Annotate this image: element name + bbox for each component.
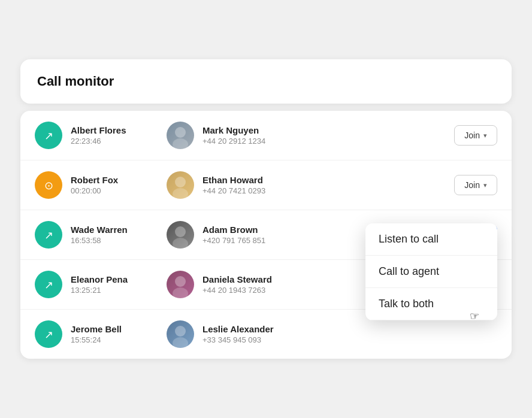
title-card: Call monitor [20,59,512,104]
voicemail-icon [44,178,53,192]
agent-timer: 15:55:24 [71,335,122,344]
caller-info: Ethan Howard+44 20 7421 0293 [202,175,265,195]
join-label: Join [464,180,480,190]
dropdown-item-1[interactable]: Call to agent [365,256,497,288]
call-row: Albert Flores22:23:46 Mark Nguyen+44 20 … [20,111,512,160]
agent-timer: 00:20:00 [71,186,118,195]
svg-point-2 [175,177,186,187]
agent-section: Eleanor Pena13:25:21 [35,271,167,298]
app-container: Call monitor Albert Flores22:23:46 Mark … [20,59,512,359]
cursor-indicator: ☞ [470,310,479,320]
agent-section: Jerome Bell15:55:24 [35,320,167,348]
chevron-down-icon: ▾ [483,181,487,189]
agent-name: Wade Warren [71,225,128,235]
arrow-icon [44,278,53,292]
caller-info: Leslie Alexander+33 345 945 093 [202,324,274,344]
dropdown-item-0[interactable]: Listen to call [365,223,497,256]
arrow-icon [44,328,53,341]
caller-section: Leslie Alexander+33 345 945 093 [167,320,425,348]
call-list: Albert Flores22:23:46 Mark Nguyen+44 20 … [20,111,512,359]
join-dropdown: Listen to callCall to agentTalk to both☞ [365,223,497,320]
svg-point-7 [173,287,188,298]
caller-avatar [167,221,194,249]
svg-point-3 [173,188,188,199]
join-button[interactable]: Join▾ [454,175,497,195]
caller-section: Ethan Howard+44 20 7421 0293 [167,171,425,199]
svg-point-0 [175,127,186,138]
caller-info: Adam Brown+420 791 765 851 [202,225,265,245]
agent-avatar [35,271,62,298]
agent-name: Albert Flores [71,125,126,135]
agent-section: Wade Warren16:53:58 [35,221,167,249]
caller-avatar [167,122,194,149]
caller-name: Adam Brown [202,225,265,235]
agent-info: Albert Flores22:23:46 [71,125,126,146]
page-title: Call monitor [37,74,495,89]
agent-info: Robert Fox00:20:00 [71,175,118,195]
agent-avatar [35,320,62,348]
caller-info: Daniela Steward+44 20 1943 7263 [202,274,272,295]
svg-point-1 [173,138,188,149]
caller-phone: +33 345 945 093 [202,335,274,344]
svg-point-4 [175,226,186,237]
svg-point-6 [175,276,186,287]
caller-avatar [167,171,194,199]
caller-phone: +420 791 765 851 [202,236,265,245]
caller-name: Mark Nguyen [202,125,265,135]
agent-timer: 16:53:58 [71,236,128,245]
call-row: Robert Fox00:20:00 Ethan Howard+44 20 74… [20,160,512,210]
caller-name: Ethan Howard [202,175,265,185]
svg-point-5 [173,238,188,249]
caller-avatar [167,271,194,298]
caller-name: Daniela Steward [202,274,272,284]
arrow-icon [44,228,53,242]
join-button[interactable]: Join▾ [454,125,497,146]
caller-phone: +44 20 2912 1234 [202,137,265,146]
caller-name: Leslie Alexander [202,324,274,334]
caller-avatar [167,320,194,348]
agent-avatar [35,171,62,199]
svg-point-9 [173,337,188,348]
agent-name: Eleanor Pena [71,274,128,284]
agent-avatar [35,221,62,249]
agent-avatar [35,122,62,149]
svg-point-8 [175,326,186,337]
arrow-icon [44,129,53,143]
agent-info: Wade Warren16:53:58 [71,225,128,245]
action-area: Join▾ [425,175,497,195]
caller-info: Mark Nguyen+44 20 2912 1234 [202,125,265,146]
agent-timer: 22:23:46 [71,137,126,146]
join-label: Join [464,131,480,140]
agent-timer: 13:25:21 [71,286,128,295]
action-area: Join▾ [425,125,497,146]
agent-info: Eleanor Pena13:25:21 [71,274,128,295]
agent-name: Robert Fox [71,175,118,185]
agent-name: Jerome Bell [71,324,122,334]
call-row: Wade Warren16:53:58 Adam Brown+420 791 7… [20,210,512,260]
agent-info: Jerome Bell15:55:24 [71,324,122,344]
agent-section: Robert Fox00:20:00 [35,171,167,199]
agent-section: Albert Flores22:23:46 [35,122,167,149]
chevron-down-icon: ▾ [483,132,487,140]
caller-phone: +44 20 7421 0293 [202,186,265,195]
caller-section: Mark Nguyen+44 20 2912 1234 [167,122,425,149]
caller-phone: +44 20 1943 7263 [202,286,272,295]
